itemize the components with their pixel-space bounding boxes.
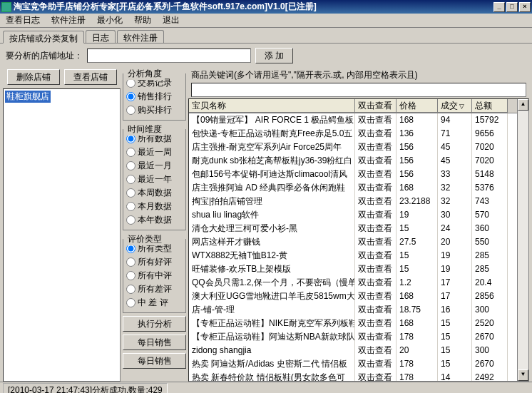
run-analysis-button[interactable]: 执行分析 xyxy=(123,316,186,332)
time-radio[interactable] xyxy=(126,148,135,157)
table-row[interactable]: WTX8882无袖T恤B12-黄双击查看1519285 xyxy=(189,249,517,262)
menu-minimize[interactable]: 最小化 xyxy=(94,13,126,28)
th-name[interactable]: 宝贝名称 xyxy=(189,99,355,113)
eval-option[interactable]: 所有中评 xyxy=(126,269,183,282)
time-option[interactable]: 最近一月 xyxy=(126,159,183,173)
table-cell[interactable]: 双击查看 xyxy=(355,195,397,208)
table-cell[interactable]: 双击查看 xyxy=(355,208,397,222)
angle-radio[interactable] xyxy=(126,106,135,115)
table-row[interactable]: 清仓大处理三柯可爱小衫-黑双击查看1524360 xyxy=(189,222,517,235)
table-row[interactable]: 【专柜正品运动鞋】阿迪达斯NBA新款球队双击查看178152670 xyxy=(189,330,517,344)
table-cell: 包快递-专柜正品运动鞋耐克Free赤足5.0五 xyxy=(189,127,355,141)
menu-register[interactable]: 软件注册 xyxy=(48,13,88,28)
time-radio[interactable] xyxy=(126,175,135,184)
table-row[interactable]: 掏宝|拍拍店铺管理双击查看23.218832743 xyxy=(189,195,517,208)
tab-register[interactable]: 软件注册 xyxy=(117,30,164,43)
status-text: [2010-03-17 21:47:43]分析成功,数量:429 xyxy=(3,383,168,394)
angle-option[interactable]: 销售排行 xyxy=(126,90,183,103)
th-deals[interactable]: 成交▽ xyxy=(438,99,472,113)
menu-log[interactable]: 查看日志 xyxy=(3,13,43,28)
daily-sales-button-1[interactable]: 每日销售 xyxy=(123,335,186,350)
eval-option[interactable]: 所有差评 xyxy=(126,282,183,296)
table-row[interactable]: QQ会员只需1.2,保一个月，不要密码（慢单）双击查看1.21720.4 xyxy=(189,276,517,290)
table-row[interactable]: 热卖 新春特价款 情侣板鞋(男女款多色可双击查看178142492 xyxy=(189,371,517,381)
filter-column: 分析角度 交易记录销售排行购买排行 时间维度 所有数据最近一周最近一月最近一年本… xyxy=(121,68,188,382)
table-cell[interactable]: 双击查看 xyxy=(355,290,397,303)
tab-log[interactable]: 日志 xyxy=(86,30,116,43)
table-cell[interactable]: 双击查看 xyxy=(355,154,397,168)
table-cell[interactable]: 双击查看 xyxy=(355,303,397,317)
view-shop-button[interactable]: 查看店铺 xyxy=(64,69,117,85)
table-row[interactable]: 包邮156号本促销-阿迪达斯climacool清风双击查看156335148 xyxy=(189,168,517,181)
tab-copy[interactable]: 按店铺或分类复制 xyxy=(3,31,84,44)
table-row[interactable]: 包快递-专柜正品运动鞋耐克Free赤足5.0五双击查看136719656 xyxy=(189,127,517,141)
vertical-scrollbar[interactable]: ▲ ▼ xyxy=(517,99,528,381)
table-row[interactable]: zidong shangjia双击查看2015300 xyxy=(189,344,517,357)
table-cell[interactable]: 双击查看 xyxy=(355,357,397,371)
table-cell: 热卖 阿迪达斯/Adidas 史密斯二代 情侣板 xyxy=(189,357,355,371)
table-cell[interactable]: 双击查看 xyxy=(355,330,397,344)
time-radio[interactable] xyxy=(126,202,135,211)
delete-shop-button[interactable]: 删除店铺 xyxy=(7,69,60,85)
table-row[interactable]: 旺铺装修-欢乐TB上架模版双击查看1519285 xyxy=(189,262,517,276)
scroll-up-icon[interactable]: ▲ xyxy=(518,99,528,111)
daily-sales-button-2[interactable]: 每日销售 xyxy=(123,353,186,369)
eval-option[interactable]: 所有好评 xyxy=(126,255,183,269)
eval-radio[interactable] xyxy=(126,285,135,294)
table-cell[interactable]: 双击查看 xyxy=(355,141,397,154)
table-row[interactable]: 店主强推阿迪 AD 经典四季必备休闲跑鞋双击查看168325376 xyxy=(189,181,517,195)
table-row[interactable]: 店主强推-耐克空军系列Air Force25周年双击查看156457020 xyxy=(189,141,517,154)
menu-help[interactable]: 帮助 xyxy=(131,13,154,28)
table-row[interactable]: 澳大利亚UGG雪地靴进口羊毛皮5815wm大双击查看168172856 xyxy=(189,290,517,303)
table-cell[interactable]: 双击查看 xyxy=(355,168,397,181)
time-radio[interactable] xyxy=(126,161,135,170)
table-cell: 17 xyxy=(438,276,472,290)
url-input[interactable] xyxy=(87,49,251,63)
eval-radio[interactable] xyxy=(126,271,135,280)
eval-radio[interactable] xyxy=(126,298,135,307)
table-cell[interactable]: 双击查看 xyxy=(355,276,397,290)
table-cell[interactable]: 双击查看 xyxy=(355,235,397,249)
table-row[interactable]: 网店这样开才赚钱双击查看27.520550 xyxy=(189,235,517,249)
menu-exit[interactable]: 退出 xyxy=(160,13,183,28)
table-row[interactable]: 【专柜正品运动鞋】NIKE耐克空军系列板鞋双击查看168152520 xyxy=(189,317,517,330)
shop-list[interactable]: 鞋柜旗舰店 xyxy=(3,88,121,382)
angle-radio[interactable] xyxy=(126,92,135,101)
table-cell[interactable]: 双击查看 xyxy=(355,249,397,262)
th-view[interactable]: 双击查看 xyxy=(355,99,397,113)
table-cell[interactable]: 双击查看 xyxy=(355,317,397,330)
angle-option[interactable]: 购买排行 xyxy=(126,103,183,117)
table-header: 宝贝名称 双击查看 价格 成交▽ 总额 xyxy=(189,99,517,113)
scroll-down-icon[interactable]: ▼ xyxy=(518,369,528,381)
table-cell[interactable]: 双击查看 xyxy=(355,181,397,195)
th-price[interactable]: 价格 xyxy=(397,99,438,113)
eval-option[interactable]: 中 差 评 xyxy=(126,296,183,310)
table-cell[interactable]: 双击查看 xyxy=(355,371,397,381)
time-option[interactable]: 本年数据 xyxy=(126,213,183,227)
table-cell[interactable]: 双击查看 xyxy=(355,113,397,127)
time-radio[interactable] xyxy=(126,188,135,198)
time-option[interactable]: 本月数据 xyxy=(126,200,183,213)
table-row[interactable]: 【09销量冠军】 AIR FORCE 1 极品鳄鱼板双击查看1689415792 xyxy=(189,113,517,127)
table-row[interactable]: 耐克dunk sb张柏芝高帮板鞋jy36-39粉红白双击查看156457020 xyxy=(189,154,517,168)
time-option[interactable]: 本周数据 xyxy=(126,186,183,200)
th-total[interactable]: 总额 xyxy=(472,99,508,113)
keyword-input[interactable] xyxy=(191,83,526,97)
table-cell[interactable]: 双击查看 xyxy=(355,222,397,235)
table-cell[interactable]: 双击查看 xyxy=(355,262,397,276)
table-row[interactable]: shua liu linag软件双击查看1930570 xyxy=(189,208,517,222)
shop-list-item[interactable]: 鞋柜旗舰店 xyxy=(5,91,51,103)
minimize-button[interactable]: _ xyxy=(493,2,505,12)
scroll-track[interactable] xyxy=(518,111,528,369)
add-button[interactable]: 添 加 xyxy=(255,48,293,63)
eval-radio[interactable] xyxy=(126,257,135,267)
table-cell[interactable]: 双击查看 xyxy=(355,344,397,357)
time-option[interactable]: 最近一年 xyxy=(126,173,183,186)
maximize-button[interactable]: □ xyxy=(506,2,518,12)
close-button[interactable]: × xyxy=(519,2,531,12)
table-cell[interactable]: 双击查看 xyxy=(355,127,397,141)
table-row[interactable]: 热卖 阿迪达斯/Adidas 史密斯二代 情侣板双击查看178152670 xyxy=(189,357,517,371)
table-row[interactable]: 店-铺-管-理双击查看18.7516300 xyxy=(189,303,517,317)
time-radio[interactable] xyxy=(126,215,135,225)
time-option[interactable]: 最近一周 xyxy=(126,146,183,159)
